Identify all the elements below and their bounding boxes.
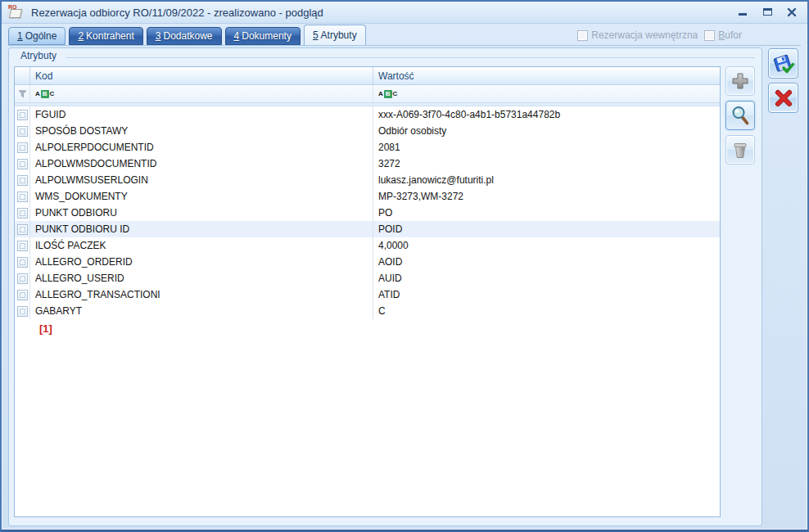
row-checkbox[interactable] bbox=[17, 224, 28, 235]
annotation-count: [1] bbox=[39, 322, 52, 335]
attribute-value-cell: 2081 bbox=[373, 139, 720, 156]
table-row[interactable]: ALLEGRO_ORDERID AOID bbox=[15, 254, 720, 270]
header-indicator-cell bbox=[15, 67, 30, 84]
row-indicator-cell bbox=[15, 139, 30, 156]
table-row[interactable]: PUNKT ODBIORU ID POID bbox=[15, 221, 720, 237]
document-ro-icon: RO bbox=[8, 5, 25, 20]
table-row[interactable]: ALPOLERPDOCUMENTID 2081 bbox=[15, 139, 720, 156]
internal-reservation-checkbox[interactable] bbox=[577, 30, 588, 41]
attribute-value-cell: lukasz.janowicz@futuriti.pl bbox=[373, 172, 720, 188]
edit-attribute-button[interactable] bbox=[725, 101, 755, 130]
row-indicator-cell bbox=[15, 254, 30, 270]
tab-ogolne[interactable]: 1Ogólne bbox=[8, 27, 66, 45]
row-indicator-cell bbox=[15, 156, 30, 172]
attribute-rows: FGUID xxx-A069-3f70-4c80-a4b1-b5731a4478… bbox=[15, 106, 720, 319]
row-checkbox[interactable] bbox=[17, 306, 28, 317]
tab-dodatkowe[interactable]: 3Dodatkowe bbox=[147, 27, 222, 45]
row-checkbox[interactable] bbox=[17, 142, 28, 153]
table-row[interactable]: ILOŚĆ PACZEK 4,0000 bbox=[15, 237, 720, 254]
grid-filter-row: ABC ABC bbox=[15, 85, 720, 103]
row-checkbox[interactable] bbox=[17, 273, 28, 284]
row-indicator-cell bbox=[15, 205, 30, 221]
row-indicator-cell bbox=[15, 221, 30, 237]
row-checkbox[interactable] bbox=[17, 290, 28, 300]
attribute-value-cell: Odbiór osobisty bbox=[373, 123, 720, 139]
table-row[interactable]: GABARYT C bbox=[15, 303, 720, 319]
attribute-value-cell: 4,0000 bbox=[373, 237, 720, 254]
attribute-value-cell: MP-3273,WM-3272 bbox=[373, 188, 720, 205]
panel-title: Atrybuty bbox=[20, 50, 63, 61]
attribute-code-cell: PUNKT ODBIORU bbox=[30, 205, 373, 221]
grid-header-row: Kod Wartość bbox=[15, 67, 720, 85]
row-checkbox[interactable] bbox=[17, 192, 28, 202]
row-indicator-cell bbox=[15, 270, 30, 286]
filter-indicator-cell bbox=[15, 85, 30, 102]
table-row[interactable]: ALPOLWMSUSERLOGIN lukasz.janowicz@futuri… bbox=[15, 172, 720, 188]
attributes-panel: Atrybuty Kod Wartość ABC ABC bbox=[8, 47, 762, 526]
tab-dokumenty[interactable]: 4Dokumenty bbox=[225, 27, 301, 45]
table-row[interactable]: WMS_DOKUMENTY MP-3273,WM-3272 bbox=[15, 188, 720, 205]
row-indicator-cell bbox=[15, 237, 30, 254]
filter-funnel-icon bbox=[17, 88, 28, 99]
attribute-code-cell: SPOSÓB DOSTAWY bbox=[30, 123, 373, 139]
attribute-value-cell: xxx-A069-3f70-4c80-a4b1-b5731a44782b bbox=[373, 106, 720, 123]
minimize-icon[interactable] bbox=[737, 7, 748, 17]
row-indicator-cell bbox=[15, 188, 30, 205]
maximize-icon[interactable] bbox=[762, 7, 773, 17]
attribute-value-cell: ATID bbox=[373, 286, 720, 303]
internal-reservation-label: Rezerwacja wewnętrzna bbox=[591, 29, 698, 41]
red-x-icon bbox=[773, 88, 794, 109]
row-checkbox[interactable] bbox=[17, 257, 28, 268]
buffer-label: Bufor bbox=[718, 29, 742, 41]
tab-atrybuty[interactable]: 5Atrybuty bbox=[304, 25, 366, 45]
magnifier-icon bbox=[730, 105, 751, 126]
buffer-flag: Bufor bbox=[704, 29, 742, 41]
add-attribute-button[interactable] bbox=[725, 66, 755, 96]
abc-filter-icon: ABC bbox=[35, 90, 54, 98]
row-indicator-cell bbox=[15, 123, 30, 139]
attribute-code-cell: FGUID bbox=[30, 106, 373, 123]
attribute-value-cell: POID bbox=[373, 221, 720, 237]
header-kod[interactable]: Kod bbox=[30, 67, 373, 84]
header-wartosc[interactable]: Wartość bbox=[373, 67, 720, 84]
attribute-code-cell: PUNKT ODBIORU ID bbox=[30, 221, 373, 237]
row-checkbox[interactable] bbox=[17, 159, 28, 169]
table-row[interactable]: PUNKT ODBIORU PO bbox=[15, 205, 720, 221]
attribute-value-cell: PO bbox=[373, 205, 720, 221]
row-indicator-cell bbox=[15, 286, 30, 303]
panel-divider bbox=[66, 57, 755, 58]
trash-icon bbox=[730, 139, 751, 160]
filter-kod-cell[interactable]: ABC bbox=[30, 85, 373, 102]
table-row[interactable]: FGUID xxx-A069-3f70-4c80-a4b1-b5731a4478… bbox=[15, 106, 720, 123]
table-row[interactable]: ALLEGRO_USERID AUID bbox=[15, 270, 720, 286]
attribute-code-cell: ALPOLWMSUSERLOGIN bbox=[30, 172, 373, 188]
row-checkbox[interactable] bbox=[17, 175, 28, 186]
tab-kontrahent[interactable]: 2Kontrahent bbox=[69, 27, 142, 45]
table-row[interactable]: ALLEGRO_TRANSACTIONI ATID bbox=[15, 286, 720, 303]
title-bar: RO Rezerwacja odbiorcy RO/11/09/2022 - z… bbox=[2, 2, 807, 24]
attribute-value-cell: AUID bbox=[373, 270, 720, 286]
row-checkbox[interactable] bbox=[17, 241, 28, 251]
row-indicator-cell bbox=[15, 106, 30, 123]
tab-strip: 1Ogólne 2Kontrahent 3Dodatkowe 4Dokument… bbox=[8, 25, 801, 46]
row-indicator-cell bbox=[15, 303, 30, 319]
save-button[interactable] bbox=[768, 48, 798, 79]
attribute-code-cell: WMS_DOKUMENTY bbox=[30, 188, 373, 205]
table-row[interactable]: SPOSÓB DOSTAWY Odbiór osobisty bbox=[15, 123, 720, 139]
save-disk-icon bbox=[772, 52, 795, 75]
delete-attribute-button[interactable] bbox=[725, 135, 755, 165]
app-window: RO Rezerwacja odbiorcy RO/11/09/2022 - z… bbox=[0, 0, 809, 532]
close-icon[interactable] bbox=[786, 7, 798, 17]
plus-icon bbox=[730, 70, 751, 92]
buffer-checkbox[interactable] bbox=[704, 30, 715, 41]
attribute-code-cell: ALPOLERPDOCUMENTID bbox=[30, 139, 373, 156]
row-checkbox[interactable] bbox=[17, 208, 28, 219]
filter-wartosc-cell[interactable]: ABC bbox=[373, 85, 720, 102]
cancel-button[interactable] bbox=[768, 83, 798, 113]
attributes-grid: Kod Wartość ABC ABC FGUI bbox=[14, 66, 721, 517]
row-checkbox[interactable] bbox=[17, 110, 28, 120]
attribute-code-cell: ALPOLWMSDOCUMENTID bbox=[30, 156, 373, 172]
attribute-code-cell: ALLEGRO_ORDERID bbox=[30, 254, 373, 270]
row-checkbox[interactable] bbox=[17, 126, 28, 137]
table-row[interactable]: ALPOLWMSDOCUMENTID 3272 bbox=[15, 156, 720, 172]
